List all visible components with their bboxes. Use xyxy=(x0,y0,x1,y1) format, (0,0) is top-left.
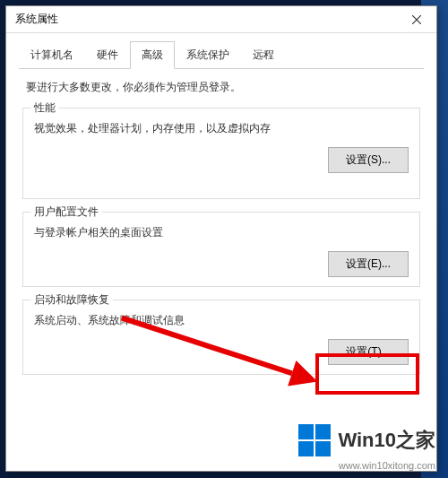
windows-logo-icon xyxy=(298,424,331,456)
user-profile-group-title: 用户配置文件 xyxy=(30,204,102,220)
close-button[interactable] xyxy=(396,6,436,33)
annotation-highlight-box xyxy=(315,353,419,395)
user-profile-settings-button[interactable]: 设置(E)... xyxy=(328,251,409,277)
watermark-brand: Win10之家 xyxy=(338,427,435,454)
admin-note: 要进行大多数更改，你必须作为管理员登录。 xyxy=(26,80,417,95)
svg-rect-2 xyxy=(298,424,314,439)
performance-group: 性能 视觉效果，处理器计划，内存使用，以及虚拟内存 设置(S)... xyxy=(22,108,420,199)
user-profile-group: 用户配置文件 与登录帐户相关的桌面设置 设置(E)... xyxy=(22,212,420,287)
tab-computer-name[interactable]: 计算机名 xyxy=(19,41,85,69)
watermark: Win10之家 xyxy=(298,424,435,456)
startup-recovery-group-title: 启动和故障恢复 xyxy=(30,292,113,308)
tab-remote[interactable]: 远程 xyxy=(241,41,286,69)
tab-advanced[interactable]: 高级 xyxy=(130,41,175,69)
performance-group-desc: 视觉效果，处理器计划，内存使用，以及虚拟内存 xyxy=(34,121,409,136)
tab-system-protection[interactable]: 系统保护 xyxy=(175,41,241,69)
window-title: 系统属性 xyxy=(15,12,58,27)
performance-group-title: 性能 xyxy=(30,100,59,116)
close-icon xyxy=(412,15,421,24)
svg-rect-4 xyxy=(298,441,314,456)
svg-rect-3 xyxy=(315,424,331,439)
tab-hardware[interactable]: 硬件 xyxy=(85,41,130,69)
tab-bar: 计算机名 硬件 高级 系统保护 远程 xyxy=(19,40,424,69)
svg-rect-5 xyxy=(315,441,331,456)
watermark-url: www.win10xitong.com xyxy=(339,460,435,471)
titlebar: 系统属性 xyxy=(6,6,436,33)
performance-settings-button[interactable]: 设置(S)... xyxy=(328,147,409,173)
system-properties-dialog: 系统属性 计算机名 硬件 高级 系统保护 远程 要进行大多数更改，你必须作为管理… xyxy=(5,5,437,472)
user-profile-group-desc: 与登录帐户相关的桌面设置 xyxy=(34,225,409,240)
